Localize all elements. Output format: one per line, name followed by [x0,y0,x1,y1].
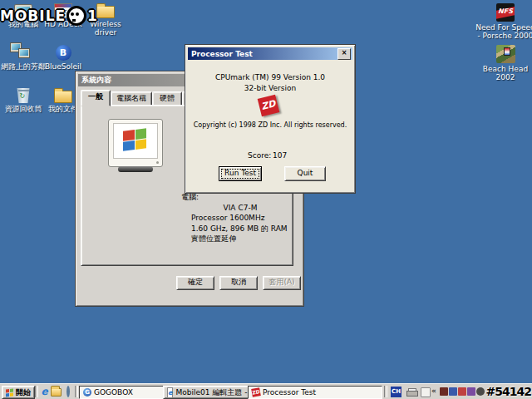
tray-chevron-icon[interactable]: « [431,387,436,395]
version-line-2: 32-bit Version [188,84,352,92]
start-button[interactable]: 開始 [2,386,35,399]
gogobox-icon: G [83,388,91,397]
ie-page-icon: e [167,387,173,398]
taskbar-separator [35,386,38,397]
show-desktop-quicklaunch-icon[interactable] [62,387,73,397]
tray-icon-1[interactable] [421,387,431,397]
score-label: Score: [248,151,271,160]
ie-quicklaunch-icon[interactable]: e [39,387,50,397]
desktop: 我的電腦 HD ADeck Wireless driver 網路上的芳鄰 B B… [0,0,532,399]
taskbar-separator [384,386,387,397]
desktop-icon-beach-head[interactable]: Beach Head 2002 [475,43,532,81]
tab-hardware[interactable]: 硬體 [152,91,182,106]
tray-icon-5[interactable] [467,387,475,396]
tray-icon-2[interactable] [440,387,448,396]
folder-quicklaunch-icon[interactable] [51,387,62,397]
cpu-speed: Processor 1600MHz [191,214,264,222]
version-line-1: CPUmark (TM) 99 Version 1.0 [188,73,352,81]
monitor-base [118,166,153,172]
task-label: GOGOBOX [94,388,133,397]
task-button-gogobox[interactable]: G GOGOBOX [79,386,167,399]
apply-button[interactable]: 套用(A) [263,276,301,290]
tab-general[interactable]: 一般 [81,90,111,106]
logo-text-right: 1 [87,7,98,24]
windows-flag-icon [6,388,13,397]
cpu-name: VIA C7-M [191,204,289,212]
desktop-icon-bluesoleil[interactable]: B BlueSoleil [38,42,88,71]
cancel-button[interactable]: 取消 [219,276,258,290]
windows-monitor-graphic [108,119,163,167]
zd-mini-icon: ZD [251,387,261,397]
devil-face-icon [66,6,86,26]
tray-icon-4[interactable] [458,387,466,396]
tray-icon-3[interactable] [449,387,457,396]
icon-label: BlueSoleil [38,62,88,71]
bluetooth-icon: B [56,45,71,61]
run-test-button[interactable]: Run Test [219,166,262,181]
beach-head-icon [496,45,515,63]
start-label: 開始 [16,387,31,398]
copyright-line: Copyright (c) 1998 ZD Inc. All rights re… [188,121,352,129]
recycle-bin-icon: ↻ [17,88,31,103]
icon-label: - Porsche 2000 [475,32,532,40]
task-label: Mobile01 編輯主題 - Mi... [175,387,253,398]
score-value: 107 [273,151,287,160]
language-indicator[interactable]: CH [391,387,401,397]
tray-icon-6[interactable] [476,387,485,396]
taskbar: 開始 e G GOGOBOX e Mobile01 編輯主題 - Mi... Z… [0,383,532,399]
mobile01-watermark-logo: MOBILE1 [0,6,98,26]
pae-note: 實體位置延伸 [191,234,236,244]
zd-logo-icon: ZD [258,95,280,117]
tab-computer-name[interactable]: 電腦名稱 [111,91,152,106]
folder-icon [96,6,115,18]
processor-test-titlebar[interactable]: Processor Test × [188,47,352,60]
icon-label: Need For Speed [475,23,532,32]
task-button-processor-test[interactable]: ZD Processor Test [248,386,382,399]
task-label: Processor Test [263,388,316,397]
close-icon[interactable]: × [337,48,351,60]
icon-label: Beach Head [475,65,532,73]
logo-text-left: MOBILE [0,7,66,24]
windows-flag-icon [123,128,146,150]
taskbar-separator [75,386,78,397]
quit-button[interactable]: Quit [284,166,326,181]
desktop-icon-nfs[interactable]: NFS Need For Speed - Porsche 2000 [475,2,532,40]
nfs-icon: NFS [496,3,515,22]
post-number-watermark: #54142 [486,385,531,398]
window-title: 系統內容 [81,75,111,86]
printer-tray-icon[interactable] [406,388,417,396]
processor-test-dialog: Processor Test × CPUmark (TM) 99 Version… [185,44,356,194]
icon-label: 2002 [475,73,532,81]
folder-icon [54,91,72,103]
dialog-title: Processor Test [191,50,253,58]
task-button-mobile01[interactable]: e Mobile01 編輯主題 - Mi... [163,386,253,399]
ok-button[interactable]: 確定 [176,276,214,290]
